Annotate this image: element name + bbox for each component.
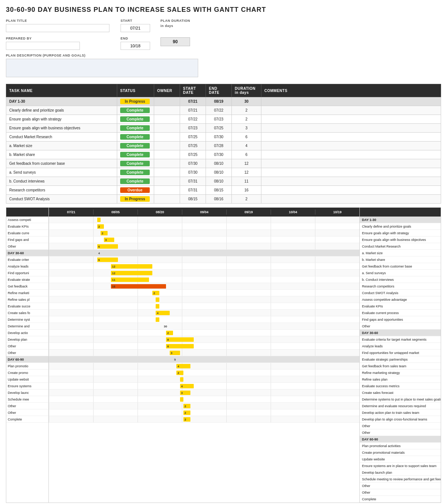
gantt-body-row: 2 xyxy=(49,403,359,409)
start-input[interactable] xyxy=(121,24,150,32)
gantt-grid-line xyxy=(138,296,138,303)
gantt-bar xyxy=(156,297,159,302)
gantt-legend-row: Conduct SWOT Analysis xyxy=(360,290,441,296)
gantt-grid-line xyxy=(138,383,138,389)
task-duration: 6 xyxy=(232,133,261,142)
gantt-grid-line xyxy=(315,283,315,289)
task-end: 07/25 xyxy=(206,124,232,133)
gantt-grid-line xyxy=(271,409,271,416)
gantt-body-row: 4 xyxy=(49,310,359,316)
task-owner xyxy=(154,106,180,115)
duration-col: PLAN DURATION in days 90 xyxy=(160,19,190,46)
prepared-by-input[interactable] xyxy=(6,42,80,50)
task-start: 07/31 xyxy=(180,186,206,195)
gantt-grid-line xyxy=(271,236,271,243)
gantt-grid-line xyxy=(138,316,138,323)
status-badge: Complete xyxy=(120,116,150,122)
task-end: 08/10 xyxy=(206,177,232,186)
gantt-grid-line xyxy=(138,256,138,263)
gantt-grid-line xyxy=(226,350,227,356)
plan-title-input[interactable] xyxy=(6,24,109,32)
gantt-left-row: Evaluate curre xyxy=(6,230,48,236)
gantt-grid-line xyxy=(138,236,138,243)
gantt-grid-line xyxy=(226,230,227,236)
task-comments xyxy=(261,142,441,150)
gantt-grid-line xyxy=(271,223,271,229)
gantt-bar: 4 xyxy=(97,251,111,255)
gantt-left-header xyxy=(6,208,48,217)
gantt-legend-row: Other xyxy=(360,323,441,330)
task-name: b. Market share xyxy=(6,150,117,159)
gantt-bar: 2 xyxy=(176,371,183,375)
gantt-grid-line xyxy=(182,236,182,243)
gantt-body-row xyxy=(49,303,359,310)
gantt-grid-line xyxy=(315,230,315,236)
gantt-grid-line xyxy=(226,223,227,229)
gantt-grid-line xyxy=(138,250,138,256)
table-row: Conduct SWOT Analysis In Progress 08/15 … xyxy=(6,195,441,204)
col-owner: OWNER xyxy=(154,84,180,97)
gantt-left-row: Other xyxy=(6,343,48,350)
gantt-body-row: 12 xyxy=(49,270,359,276)
gantt-chart-area: 07/2108/0508/2009/0409/1910/0410/19 2236… xyxy=(49,208,359,503)
gantt-grid-line xyxy=(315,416,315,422)
gantt-grid-line xyxy=(49,396,49,402)
gantt-grid-line xyxy=(93,270,94,276)
gantt-legend-row: Assess competitive advantage xyxy=(360,296,441,303)
task-start: 07/25 xyxy=(180,142,206,150)
gantt-legend-row: Ensure goals align with strategy xyxy=(360,230,441,236)
gantt-grid-line xyxy=(138,223,138,229)
gantt-legend-row: DAY 1-30 xyxy=(360,217,441,223)
gantt-body-row: 2 xyxy=(49,290,359,296)
gantt-grid-line xyxy=(271,270,271,276)
gantt-grid-line xyxy=(315,323,315,329)
gantt-grid-line xyxy=(315,217,315,223)
gantt-bar xyxy=(156,304,159,309)
gantt-grid-line xyxy=(182,243,182,249)
task-duration: 12 xyxy=(232,159,261,168)
status-badge: Complete xyxy=(120,108,150,113)
gantt-left-row: Schedule mee xyxy=(6,396,48,403)
gantt-grid-line xyxy=(271,416,271,422)
task-comments xyxy=(261,115,441,124)
table-row: Ensure goals align with strategy Complet… xyxy=(6,115,441,124)
task-start: 07/22 xyxy=(180,115,206,124)
task-name: b. Conduct interviews xyxy=(6,177,117,186)
gantt-grid-line xyxy=(226,343,227,349)
gantt-grid-line xyxy=(226,217,227,223)
gantt-grid-line xyxy=(315,316,315,323)
gantt-grid-line xyxy=(49,323,49,329)
gantt-legend: DAY 1-30Clearly define and prioritize go… xyxy=(359,208,441,503)
task-end: 07/30 xyxy=(206,133,232,142)
gantt-grid-line xyxy=(315,243,315,249)
task-status: Complete xyxy=(117,159,154,168)
gantt-grid-line xyxy=(226,256,227,263)
task-comments xyxy=(261,195,441,204)
gantt-legend-row: Analyze leads xyxy=(360,343,441,350)
gantt-grid-line xyxy=(226,250,227,256)
gantt-header-date: 10/19 xyxy=(315,210,359,215)
gantt-bar: 6 xyxy=(97,244,118,249)
plan-desc-input[interactable] xyxy=(6,59,198,77)
gantt-bar: 5 xyxy=(173,357,190,362)
task-status: Complete xyxy=(117,150,154,159)
gantt-bar: 3 xyxy=(180,391,190,395)
gantt-legend-row: Get feedback from customer base xyxy=(360,263,441,270)
gantt-legend-row: Other xyxy=(360,423,441,429)
gantt-grid-line xyxy=(93,310,94,316)
task-duration: 2 xyxy=(232,106,261,115)
gantt-grid-line xyxy=(271,250,271,256)
table-row: b. Market share Complete 07/25 07/30 6 xyxy=(6,150,441,159)
gantt-left-row: Evaluate succe xyxy=(6,303,48,310)
gantt-grid-line xyxy=(315,290,315,296)
gantt-grid-line xyxy=(49,276,49,283)
gantt-legend-row: Develop action plan to train sales team xyxy=(360,409,441,416)
gantt-grid-line xyxy=(93,283,94,289)
end-input[interactable] xyxy=(121,42,150,50)
task-owner xyxy=(154,159,180,168)
gantt-legend-row: b. Market share xyxy=(360,256,441,263)
gantt-bar: 2 xyxy=(97,224,104,229)
gantt-bar: 30 xyxy=(163,324,266,328)
gantt-legend-row: b. Conduct interviews xyxy=(360,276,441,283)
gantt-header-date: 10/04 xyxy=(271,210,315,215)
